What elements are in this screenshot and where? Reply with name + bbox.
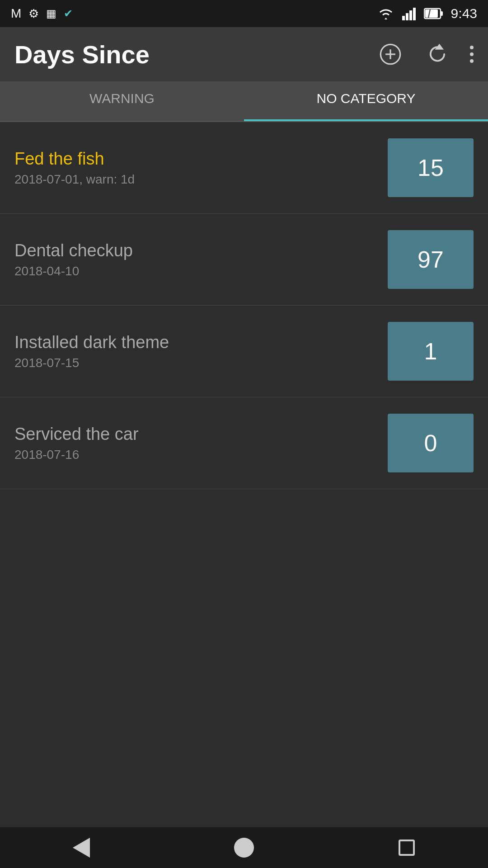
status-bar-right: 9:43 (377, 6, 477, 21)
battery-icon (424, 7, 444, 20)
clipboard-icon: ▦ (46, 7, 56, 20)
list-item-info: Dental checkup 2018-04-10 (14, 241, 388, 278)
svg-rect-2 (409, 10, 412, 20)
list-item-date: 2018-04-10 (14, 264, 388, 278)
check-icon: ✔ (64, 7, 73, 20)
list-item-date: 2018-07-16 (14, 448, 388, 462)
svg-rect-0 (402, 16, 405, 20)
svg-rect-1 (406, 13, 408, 20)
list-item-date: 2018-07-15 (14, 356, 388, 370)
home-icon (234, 838, 254, 858)
recents-button[interactable] (389, 830, 425, 866)
refresh-button[interactable] (423, 40, 452, 69)
dot-3 (470, 59, 474, 63)
back-icon (73, 838, 90, 858)
more-options-button[interactable] (470, 46, 474, 63)
list-item[interactable]: Dental checkup 2018-04-10 97 (0, 214, 488, 306)
wifi-icon (377, 7, 395, 20)
list-item[interactable]: Serviced the car 2018-07-16 0 (0, 397, 488, 489)
svg-marker-11 (436, 45, 442, 49)
days-badge: 15 (388, 138, 474, 197)
svg-rect-5 (441, 11, 443, 16)
nav-bar (0, 827, 488, 868)
app-title: Days Since (14, 40, 150, 69)
tab-no-category[interactable]: NO CATEGORY (244, 81, 488, 121)
svg-rect-6 (425, 9, 438, 18)
add-button[interactable] (376, 40, 405, 69)
status-bar-left: M ⚙ ▦ ✔ (11, 6, 73, 21)
list-item-title: Installed dark theme (14, 333, 388, 352)
recents-icon (399, 840, 415, 856)
list: Fed the fish 2018-07-01, warn: 1d 15 Den… (0, 122, 488, 489)
list-item-title: Serviced the car (14, 425, 388, 444)
list-item[interactable]: Installed dark theme 2018-07-15 1 (0, 306, 488, 397)
clock: 9:43 (451, 6, 477, 21)
days-badge: 97 (388, 230, 474, 289)
days-badge: 1 (388, 322, 474, 381)
list-item-info: Serviced the car 2018-07-16 (14, 425, 388, 462)
list-item-info: Installed dark theme 2018-07-15 (14, 333, 388, 370)
gmail-icon: M (11, 6, 21, 21)
home-button[interactable] (226, 830, 262, 866)
back-button[interactable] (63, 830, 99, 866)
settings-icon: ⚙ (28, 7, 39, 21)
dot-2 (470, 52, 474, 56)
days-badge: 0 (388, 414, 474, 472)
app-bar: Days Since (0, 27, 488, 81)
list-item-title: Dental checkup (14, 241, 388, 260)
list-item-title: Fed the fish (14, 149, 388, 169)
status-bar: M ⚙ ▦ ✔ 9:43 (0, 0, 488, 27)
tabs: WARNING NO CATEGORY (0, 81, 488, 122)
svg-rect-3 (413, 8, 416, 20)
tab-warning[interactable]: WARNING (0, 81, 244, 121)
app-bar-actions (376, 40, 474, 69)
list-item[interactable]: Fed the fish 2018-07-01, warn: 1d 15 (0, 122, 488, 214)
dot-1 (470, 46, 474, 49)
list-item-info: Fed the fish 2018-07-01, warn: 1d (14, 149, 388, 187)
list-item-date: 2018-07-01, warn: 1d (14, 172, 388, 187)
signal-icon (402, 7, 417, 20)
